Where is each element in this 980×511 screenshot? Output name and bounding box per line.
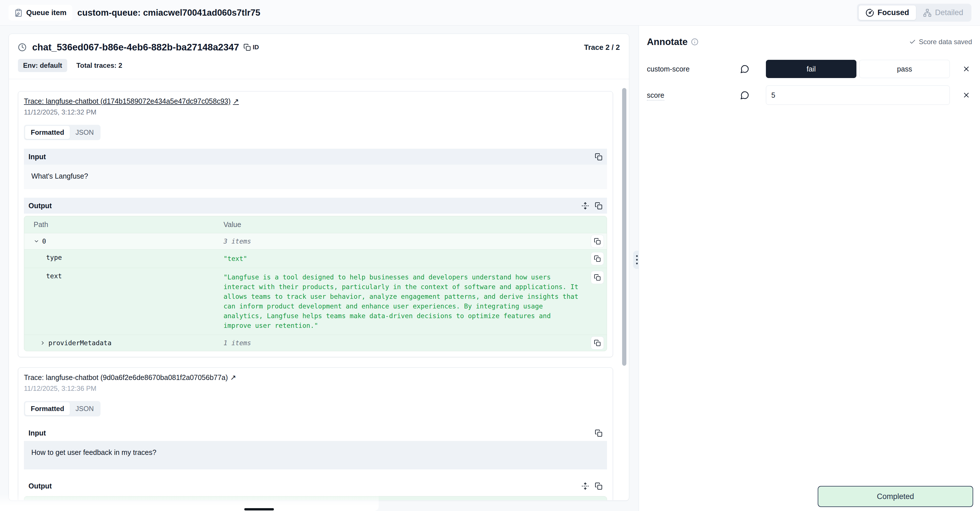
copy-row-button[interactable]	[591, 271, 604, 284]
detailed-view-button[interactable]: Detailed	[916, 5, 970, 20]
row-value: "text"	[223, 255, 247, 262]
queue-title: custom-queue: cmiacwel70041ad060s7tlr75	[78, 8, 261, 18]
score-option-fail-button[interactable]: fail	[766, 60, 856, 78]
tab-formatted-1[interactable]: Formatted	[25, 126, 70, 139]
queue-item-badge-label: Queue item	[26, 8, 67, 17]
focused-view-button[interactable]: Focused	[858, 5, 916, 20]
row-path: 0	[42, 237, 46, 245]
completed-button[interactable]: Completed	[818, 486, 973, 507]
delete-score-icon[interactable]	[961, 63, 972, 75]
output-label-1: Output	[29, 202, 52, 210]
trace-card-2: Trace: langfuse-chatbot (9d0a6f2e6de8670…	[18, 368, 613, 500]
chevron-down-icon[interactable]	[33, 239, 39, 244]
input-text-2: How to get user feedback in my traces?	[24, 441, 607, 470]
vertical-scrollbar-thumb[interactable]	[622, 88, 626, 366]
trace-timestamp-1: 11/12/2025, 3:12:32 PM	[24, 108, 607, 116]
score-name-label: custom-score	[647, 65, 740, 73]
table-row: 0 3 items	[24, 233, 607, 250]
chevron-right-icon[interactable]	[40, 340, 46, 346]
external-link-icon: ↗	[233, 97, 239, 105]
save-status: Score data saved	[909, 38, 972, 46]
output-label-2: Output	[29, 482, 52, 490]
view-toggle: Focused Detailed	[857, 4, 972, 22]
output-section-header-1: Output	[24, 198, 607, 213]
expand-output-icon-2[interactable]	[581, 482, 589, 490]
copy-input-icon-1[interactable]	[595, 153, 603, 161]
input-section-header-1: Input	[24, 149, 607, 165]
input-section-header-2: Input	[24, 425, 607, 441]
input-label-1: Input	[29, 153, 46, 161]
focused-view-label: Focused	[878, 8, 909, 17]
output-json-table-1: Path Value 0 3 items typ	[24, 216, 607, 351]
path-column-header: Path	[24, 220, 223, 229]
comment-icon[interactable]	[740, 64, 757, 73]
check-icon	[909, 38, 916, 45]
panel-header: chat_536ed067-b86e-4eb6-882b-ba27148a234…	[9, 34, 629, 79]
table-row: type "text"	[24, 250, 607, 268]
input-text-1: What's Langfuse?	[24, 165, 607, 189]
input-label-2: Input	[29, 429, 46, 437]
external-link-icon: ↗	[230, 373, 236, 382]
tab-json-1[interactable]: JSON	[70, 126, 99, 139]
table-row: text "Langfuse is a tool designed to hel…	[24, 268, 607, 335]
copy-output-icon-1[interactable]	[595, 202, 603, 210]
row-value: "Langfuse is a tool designed to help bus…	[223, 274, 578, 329]
detailed-view-label: Detailed	[935, 8, 963, 17]
copy-input-icon-2[interactable]	[595, 429, 603, 437]
clipboard-pen-icon	[14, 8, 23, 17]
table-row: providerMetadata 1 items	[24, 335, 607, 351]
copy-id-icon[interactable]	[243, 44, 251, 51]
trace-counter: Trace 2 / 2	[584, 43, 620, 52]
trace-timestamp-2: 11/12/2025, 3:12:36 PM	[24, 385, 607, 393]
gauge-icon	[865, 8, 874, 17]
format-toggle-1: Formatted JSON	[24, 125, 100, 140]
value-column-header: Value	[223, 220, 607, 229]
score-value-input[interactable]	[766, 86, 950, 105]
trace-card-1: Trace: langfuse-chatbot (d174b1589072e43…	[18, 91, 613, 357]
env-badge: Env: default	[18, 59, 67, 72]
save-status-label: Score data saved	[919, 38, 972, 46]
row-path: type	[46, 254, 62, 261]
score-row-score: score	[647, 86, 972, 105]
score-row-custom-score: custom-score fail pass	[647, 60, 972, 78]
chat-title: chat_536ed067-b86e-4eb6-882b-ba27148a234…	[32, 42, 239, 53]
output-section-header-2: Output	[24, 478, 607, 494]
copy-row-button[interactable]	[591, 235, 604, 248]
copy-output-icon-2[interactable]	[595, 482, 603, 490]
row-value: 1 items	[223, 339, 251, 347]
horizontal-scrollbar-thumb[interactable]	[244, 508, 274, 511]
info-icon[interactable]	[691, 38, 698, 46]
tab-formatted-2[interactable]: Formatted	[25, 402, 70, 415]
queue-item-badge: Queue item	[8, 5, 72, 21]
comment-icon[interactable]	[740, 91, 757, 100]
id-label: ID	[253, 44, 259, 51]
clock-icon	[18, 43, 27, 51]
annotate-title: Annotate	[647, 37, 687, 47]
copy-row-button[interactable]	[591, 336, 604, 350]
top-bar: Queue item custom-queue: cmiacwel70041ad…	[0, 0, 980, 25]
table-header-row: Path Value	[24, 497, 607, 500]
score-name-label: score	[647, 91, 740, 99]
trace-link-1[interactable]: Trace: langfuse-chatbot (d174b1589072e43…	[24, 97, 239, 105]
traces-scroll-area: Trace: langfuse-chatbot (d174b1589072e43…	[9, 81, 629, 500]
row-path: providerMetadata	[48, 339, 111, 347]
trace-link-2[interactable]: Trace: langfuse-chatbot (9d0a6f2e6de8670…	[24, 373, 236, 382]
table-header-row: Path Value	[24, 216, 607, 233]
score-option-pass-button[interactable]: pass	[859, 60, 950, 78]
tab-json-2[interactable]: JSON	[70, 402, 99, 415]
row-value: 3 items	[223, 237, 251, 245]
delete-score-icon[interactable]	[961, 89, 972, 101]
annotate-panel: Annotate Score data saved custom-score f…	[639, 25, 980, 511]
queue-item-panel: chat_536ed067-b86e-4eb6-882b-ba27148a234…	[8, 33, 629, 501]
copy-row-button[interactable]	[591, 252, 604, 265]
output-json-table-2: Path Value 0 3 items	[24, 496, 607, 500]
row-path: text	[46, 272, 62, 280]
expand-output-icon-1[interactable]	[581, 202, 589, 210]
total-traces: Total traces: 2	[76, 62, 122, 70]
tree-view-icon	[923, 8, 932, 17]
format-toggle-2: Formatted JSON	[24, 401, 100, 416]
